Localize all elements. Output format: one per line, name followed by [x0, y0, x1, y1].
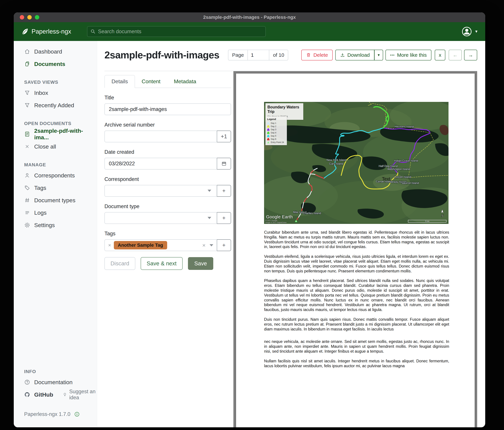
tab-content[interactable]: Content [135, 75, 167, 88]
sidebar-info-block: INFO Documentation GitHub Suggest an ide… [14, 359, 97, 417]
correspondent-select[interactable] [104, 185, 217, 197]
document-form: Details Content Metadata Title Archive s… [104, 71, 231, 427]
caret-down-icon[interactable] [207, 217, 211, 219]
document-header: 2sample-pdf-with-images Page of 10 Delet… [104, 49, 477, 61]
asn-field[interactable] [104, 131, 217, 142]
save-and-next-button[interactable]: Save & next [141, 257, 183, 270]
main-content: 2sample-pdf-with-images Page of 10 Delet… [97, 41, 485, 427]
app-version: Paperless-ngx 1.7.0 [24, 411, 97, 417]
dots-icon: ••• [390, 53, 395, 57]
sidebar-item-close-all[interactable]: Close all [14, 140, 97, 153]
tags-select[interactable]: × Another Sample Tag × [104, 239, 217, 251]
page-label: Page [228, 50, 248, 60]
tag-icon [24, 185, 30, 191]
document-preview-pane[interactable]: Hausons IslandNew York IslandGary Island… [233, 71, 477, 427]
app-window: 2sample-pdf-with-images - Paperless-ngx … [14, 12, 485, 427]
user-menu[interactable]: ▼ [462, 27, 478, 37]
brand-label: Paperless-ngx [32, 28, 71, 35]
date-picker-button[interactable] [217, 158, 231, 169]
sidebar-item-inbox[interactable]: Inbox [14, 87, 97, 99]
island-label: Hausons Island [395, 125, 414, 128]
close-document-button[interactable]: x [435, 50, 445, 60]
legend-marker [267, 122, 270, 124]
pdf-paragraph: Duis non tincidunt purus. Nam quis sapie… [264, 317, 449, 331]
arrow-left-icon: ← [453, 52, 458, 58]
sidebar-item-settings[interactable]: Settings [14, 219, 97, 231]
caret-down-icon[interactable] [207, 190, 211, 192]
pdf-paragraph: Phasellus dapibus quam a hendrerit place… [264, 278, 449, 312]
page-number-input[interactable] [248, 50, 269, 60]
asn-plus-one-button[interactable]: +1 [217, 131, 231, 142]
caret-down-icon: ▼ [377, 53, 380, 57]
info-icon[interactable] [74, 411, 80, 417]
window-title: 2sample-pdf-with-images - Paperless-ngx [14, 15, 485, 20]
date-created-field[interactable] [104, 158, 217, 169]
download-options-button[interactable]: ▼ [374, 50, 383, 60]
search-input[interactable] [87, 26, 266, 37]
download-button[interactable]: Download [335, 50, 374, 60]
sidebar: Dashboard Documents SAVED VIEWS Inbox Re… [14, 41, 97, 427]
compass-icon: N [440, 209, 445, 218]
caret-down-icon[interactable] [210, 244, 213, 246]
pdf-page: Hausons IslandNew York IslandGary Island… [236, 74, 475, 427]
sidebar-item-open-document[interactable]: 2sample-pdf-with-ima... [14, 128, 97, 140]
clear-tags-icon[interactable]: × [202, 242, 206, 249]
pdf-paragraph: Nullam facilisis quis nisl sit amet iacu… [264, 359, 449, 368]
map-figure: Hausons IslandNew York IslandGary Island… [264, 102, 449, 224]
discard-button[interactable]: Discard [104, 257, 135, 270]
remove-tag-icon[interactable]: × [108, 242, 111, 248]
date-created-label: Date created [104, 149, 231, 155]
title-field[interactable] [104, 103, 231, 115]
add-tag-button[interactable]: + [217, 239, 231, 251]
hash-icon [24, 197, 30, 203]
tab-metadata[interactable]: Metadata [167, 75, 203, 88]
app-brand[interactable]: Paperless-ngx [21, 28, 71, 35]
sidebar-item-suggest-idea[interactable]: Suggest an idea [63, 389, 97, 401]
document-type-value [104, 212, 217, 224]
app-header: Paperless-ngx ▼ [14, 22, 485, 41]
previous-document-button[interactable]: ← [449, 50, 462, 60]
map-credit: Image © 2017 DigitalGlobe [265, 222, 287, 224]
map-scale-bar: 3 mi [408, 220, 447, 223]
sidebar-item-github[interactable]: GitHub [14, 388, 53, 401]
save-button[interactable]: Save [188, 257, 213, 270]
sidebar-section-saved-views: SAVED VIEWS [24, 80, 97, 85]
sidebar-item-correspondents[interactable]: Correspondents [14, 169, 97, 182]
sidebar-section-open-documents: OPEN DOCUMENTS [24, 121, 97, 126]
user-avatar-icon [462, 27, 472, 37]
more-like-this-button[interactable]: ••• More like this [386, 50, 432, 60]
legend-marker [267, 135, 270, 137]
svg-text:N: N [441, 214, 444, 217]
detail-tabs: Details Content Metadata [104, 75, 231, 88]
gear-icon [24, 222, 30, 228]
tags-label: Tags [104, 231, 231, 237]
pdf-paragraph: nec neque vehicula, ac molestie ante orn… [264, 339, 449, 354]
tag-chip: Another Sample Tag [114, 241, 167, 249]
sidebar-item-document-types[interactable]: Document types [14, 194, 97, 206]
tab-details[interactable]: Details [104, 75, 135, 88]
island-label: Lincoln Island [394, 175, 411, 178]
next-document-button[interactable]: → [464, 50, 477, 60]
document-type-select[interactable] [104, 212, 217, 224]
map-text-annotation: Text [382, 176, 390, 181]
sidebar-item-logs[interactable]: Logs [14, 206, 97, 219]
search-icon [90, 29, 96, 34]
add-document-type-button[interactable]: + [217, 212, 231, 224]
screenshot-background: 2sample-pdf-with-images - Paperless-ngx … [0, 0, 504, 430]
sidebar-item-dashboard[interactable]: Dashboard [14, 45, 97, 58]
legend-marker [267, 138, 270, 140]
close-icon [24, 143, 30, 150]
sidebar-section-info: INFO [24, 369, 97, 374]
filter-icon [24, 102, 30, 108]
logs-icon [24, 210, 30, 216]
paperless-leaf-logo-icon [21, 28, 28, 35]
sidebar-item-documentation[interactable]: Documentation [14, 376, 97, 388]
island-label: Indian Grave Island [394, 159, 418, 162]
add-correspondent-button[interactable]: + [217, 185, 231, 197]
sidebar-item-tags[interactable]: Tags [14, 182, 97, 194]
sidebar-item-recently-added[interactable]: Recently Added [14, 99, 97, 112]
sidebar-item-documents[interactable]: Documents [14, 58, 97, 70]
delete-button[interactable]: Delete [301, 50, 333, 60]
correspondent-value [104, 185, 217, 197]
legend-marker [267, 128, 270, 131]
